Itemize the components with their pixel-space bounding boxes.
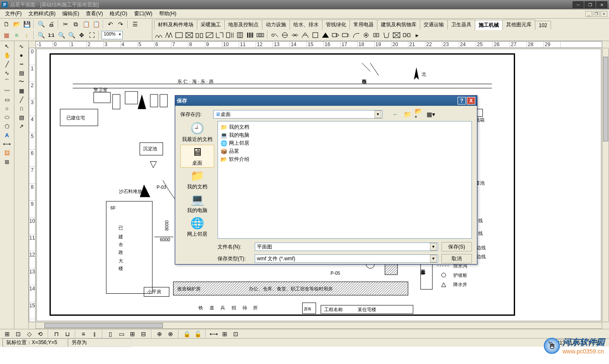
zoom-out-icon[interactable]: 🔍 [36,30,46,40]
tab-102[interactable]: 102 [535,21,551,30]
bt-icon-13[interactable]: ⊕ [155,329,164,339]
shape4-icon[interactable] [185,30,194,40]
place-0[interactable]: 🕘我最近的文档 [180,121,214,144]
bt-icon-18[interactable]: ⊞ [220,329,229,339]
zoom-window-icon[interactable]: ⛶ [87,30,96,40]
filename-input[interactable]: 平面图 [255,243,438,251]
bt-icon-15[interactable]: 🔒 [182,329,191,339]
circle-icon[interactable]: ○ [3,104,12,113]
rect-icon[interactable]: ▭ [3,95,12,104]
shape11-icon[interactable] [256,30,265,40]
wave-icon[interactable]: 〜 [17,77,26,86]
tab-machinery[interactable]: 施工机械 [475,20,503,30]
hatch1-icon[interactable]: ▨ [17,69,26,77]
bt-icon-7[interactable]: ≡ [79,329,88,339]
bt-icon-4[interactable]: ⟲ [36,329,45,339]
layer-icon[interactable]: ▦ [2,30,11,40]
layers-icon[interactable]: ≡ [12,30,21,40]
file-item[interactable]: 🌐网上邻居 [220,139,470,147]
tab-materials[interactable]: 材料及构件堆场 [154,19,197,30]
redo-icon[interactable]: ↷ [116,19,125,29]
shape6-icon[interactable] [205,30,214,40]
filetype-combo[interactable]: wmf 文件 (*.wmf) [255,254,438,263]
bt-icon-19[interactable]: ⊡ [231,329,240,339]
mdi-minimize-button[interactable]: _ [585,11,592,17]
tab-heating[interactable]: 采暖施工 [197,19,225,30]
hatch3-icon[interactable]: ▧ [17,113,26,121]
arc-icon[interactable]: ⌒ [3,77,12,86]
file-item[interactable]: 📁我的文档 [220,123,470,131]
spacing-icon[interactable]: ↕ [22,30,31,40]
bt-icon-2[interactable]: ⊡ [14,329,23,339]
shape18-icon[interactable] [331,30,340,40]
save-icon[interactable]: 💾 [22,19,31,29]
tab-terrain[interactable]: 地形及控制点 [224,19,262,30]
ellipse-icon[interactable]: ⬭ [3,113,12,121]
menu-window[interactable]: 窗口(W) [131,9,156,18]
tab-building[interactable]: 建筑及构筑物库 [377,19,420,30]
bt-icon-5[interactable]: ⊓ [52,329,61,339]
bt-icon-12[interactable]: ⊟ [139,329,148,339]
curve-icon[interactable]: ∿ [17,42,26,50]
menu-edit[interactable]: 编辑(E) [59,9,83,18]
bt-icon-10[interactable]: ▭ [117,329,126,339]
pointer-icon[interactable]: ↖ [3,42,12,50]
bt-icon-17[interactable]: ⟷ [209,329,218,339]
text-icon[interactable]: A [3,131,12,139]
print-icon[interactable]: 🖨 [47,19,56,29]
shape3-icon[interactable] [174,30,184,40]
menu-format[interactable]: 格式(O) [106,9,130,18]
paste-icon[interactable]: 📋 [81,19,91,29]
menu-help[interactable]: 帮助(H) [156,9,180,18]
zoom-fit-icon[interactable]: 🔍 [67,30,76,40]
cut-icon[interactable]: ✂ [61,19,70,29]
shape23-icon[interactable] [382,30,391,40]
arrow-icon[interactable]: ↗ [17,122,26,130]
shape21-icon[interactable] [361,30,371,40]
more-icon[interactable]: ▸ [412,30,422,40]
maximize-button[interactable]: ❐ [584,1,595,8]
cancel-button[interactable]: 取消 [441,254,472,263]
shape19-icon[interactable] [341,30,350,40]
bt-icon-1[interactable]: ⊞ [3,329,12,339]
close-button[interactable]: ✕ [596,1,607,8]
zoom-combo[interactable]: 100% [102,31,123,39]
file-list[interactable]: 📁我的文档💻我的电脑🌐网上邻居📦品茗📂软件介绍 [218,121,472,239]
print-preview-icon[interactable]: 🔍 [36,19,46,29]
place-2[interactable]: 📁我的文档 [180,168,214,191]
vertical-scrollbar[interactable] [602,48,609,322]
dialog-close-button[interactable]: X [467,97,475,105]
image-icon[interactable]: 🖼 [3,149,12,157]
bt-icon-9[interactable]: ▯ [106,329,115,339]
bt-icon-11[interactable]: ⊞ [128,329,137,339]
file-item[interactable]: 💻我的电脑 [220,131,470,139]
undo-icon[interactable]: ↶ [106,19,115,29]
shape10-icon[interactable] [245,30,255,40]
shape17-icon[interactable] [321,30,330,40]
place-1[interactable]: 🖥桌面 [180,145,214,168]
line-icon[interactable]: ╱ [3,60,12,68]
menu-docstyle[interactable]: 文档样式(B) [25,9,59,18]
shape5-icon[interactable] [195,30,204,40]
dialog-help-button[interactable]: ? [457,97,466,105]
bt-icon-16[interactable]: 🔓 [193,329,202,339]
bt-icon-3[interactable]: ◇ [25,329,34,339]
file-item[interactable]: 📂软件介绍 [220,155,470,163]
menu-view[interactable]: 查看(V) [83,9,106,18]
new-folder-icon[interactable]: 📂* [415,110,423,119]
open-icon[interactable]: 📂 [12,19,21,29]
bt-icon-14[interactable]: ⊗ [166,329,175,339]
bt-icon-6[interactable]: ⊔ [63,329,72,339]
diag-icon[interactable]: ╱ [17,95,26,104]
hand-icon[interactable]: ✋ [3,51,12,59]
shape20-icon[interactable] [351,30,361,40]
tab-other[interactable]: 其他图元库 [502,19,535,30]
minimize-button[interactable]: ─ [573,1,584,8]
bt-icon-8[interactable]: ⫿ [90,329,99,339]
file-item[interactable]: 📦品茗 [220,147,470,155]
shape12-icon[interactable] [270,30,279,40]
tab-pipeline[interactable]: 管线绿化 [322,19,350,30]
tab-electric[interactable]: 常用电器 [350,19,378,30]
dialog-titlebar[interactable]: 保存 ? X [175,96,477,106]
shape13-icon[interactable] [280,30,289,40]
